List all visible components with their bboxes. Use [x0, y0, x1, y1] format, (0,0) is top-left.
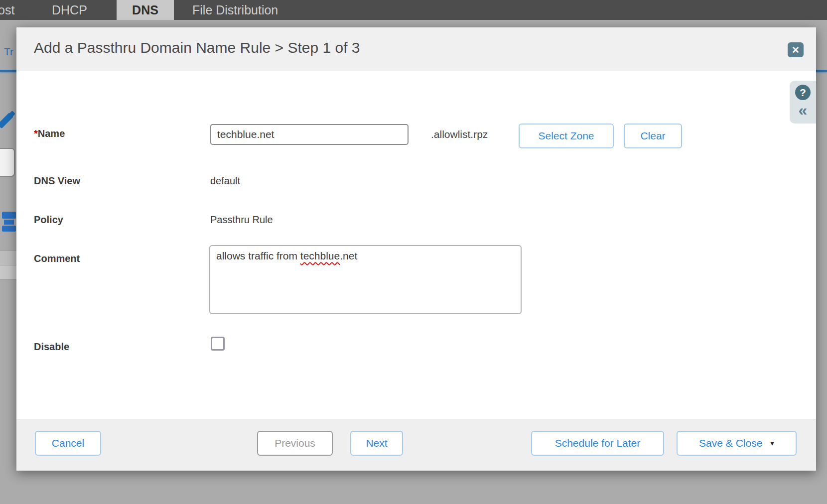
comment-label: Comment [34, 253, 80, 264]
printer-icon [2, 212, 16, 232]
tab-dns-active[interactable]: DNS [117, 0, 174, 20]
schedule-for-later-button[interactable]: Schedule for Later [531, 431, 664, 456]
disable-label: Disable [34, 341, 69, 353]
background-input-partial [0, 148, 15, 177]
cancel-button[interactable]: Cancel [35, 431, 101, 456]
disable-checkbox[interactable] [211, 337, 225, 351]
help-icon[interactable]: ? [795, 85, 811, 100]
policy-label: Policy [34, 214, 63, 226]
name-label: *Name [34, 128, 65, 139]
select-zone-button[interactable]: Select Zone [519, 124, 614, 148]
background-table-band [0, 251, 16, 265]
policy-value: Passthru Rule [210, 214, 273, 226]
required-marker: * [34, 128, 38, 139]
dialog-footer: Cancel Previous Next Schedule for Later … [16, 419, 816, 471]
collapse-panel-icon[interactable]: « [799, 101, 808, 119]
close-icon[interactable]: ✕ [788, 42, 804, 57]
save-dropdown-caret-icon[interactable]: ▾ [770, 439, 774, 448]
comment-textarea[interactable]: allows traffic from techblue.net [209, 245, 522, 314]
tab-dhcp[interactable]: DHCP [50, 0, 89, 20]
dns-view-value: default [210, 175, 240, 187]
clear-button[interactable]: Clear [624, 124, 682, 148]
help-side-panel: ? « [790, 81, 816, 124]
add-passthru-rule-dialog: Add a Passthru Domain Name Rule > Step 1… [16, 27, 816, 471]
comment-text-suffix: .net [340, 250, 357, 261]
background-subtab-partial[interactable]: Tr [4, 46, 13, 58]
tab-host-partial[interactable]: ost [0, 0, 16, 20]
comment-misspelled-word: techblue [300, 250, 340, 261]
tab-file-distribution[interactable]: File Distribution [190, 0, 280, 20]
dns-view-label: DNS View [34, 175, 80, 187]
previous-button[interactable]: Previous [257, 431, 333, 456]
save-and-close-button[interactable]: Save & Close▾ [677, 431, 797, 456]
top-tab-bar: ost DHCP DNS File Distribution [0, 0, 827, 20]
background-table-header-band [0, 265, 16, 280]
dialog-header: Add a Passthru Domain Name Rule > Step 1… [16, 27, 816, 71]
comment-text: allows traffic from [216, 250, 300, 261]
zone-suffix-label: .allowlist.rpz [431, 128, 488, 140]
name-input[interactable] [210, 124, 409, 145]
next-button[interactable]: Next [350, 431, 403, 456]
dialog-title: Add a Passthru Domain Name Rule > Step 1… [34, 39, 360, 56]
